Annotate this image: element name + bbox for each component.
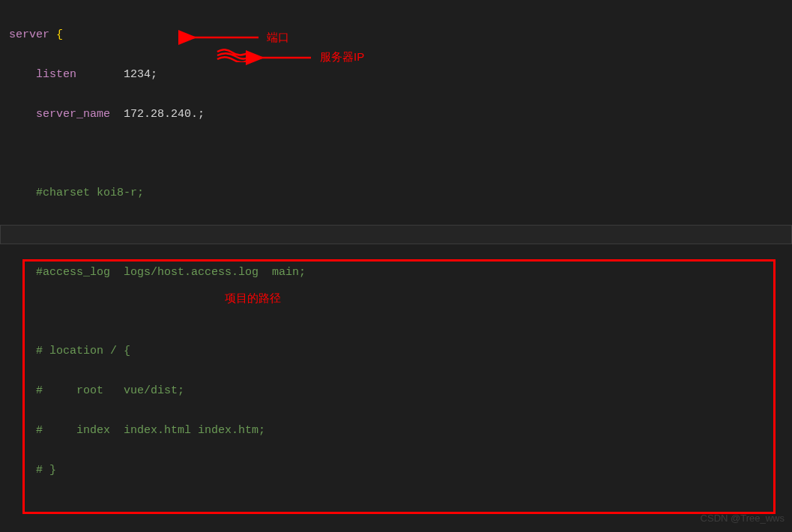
- kw-server-name: server_name: [36, 108, 110, 121]
- code-editor[interactable]: server { listen 1234; server_name 172.28…: [0, 6, 792, 532]
- listen-port: 1234: [124, 68, 151, 81]
- comment-index: # index index.html index.htm;: [36, 424, 265, 437]
- brace-open: {: [56, 28, 63, 41]
- comment-location: # location / {: [36, 345, 130, 357]
- comment-root: # root vue/dist;: [36, 384, 184, 397]
- comment-brace: # }: [36, 464, 56, 477]
- kw-server: server: [9, 28, 49, 41]
- server-ip: 172.28.240.: [124, 108, 198, 121]
- comment-accesslog: #access_log logs/host.access.log main;: [36, 266, 306, 279]
- kw-listen: listen: [36, 68, 76, 81]
- comment-charset: #charset koi8-r;: [36, 187, 144, 199]
